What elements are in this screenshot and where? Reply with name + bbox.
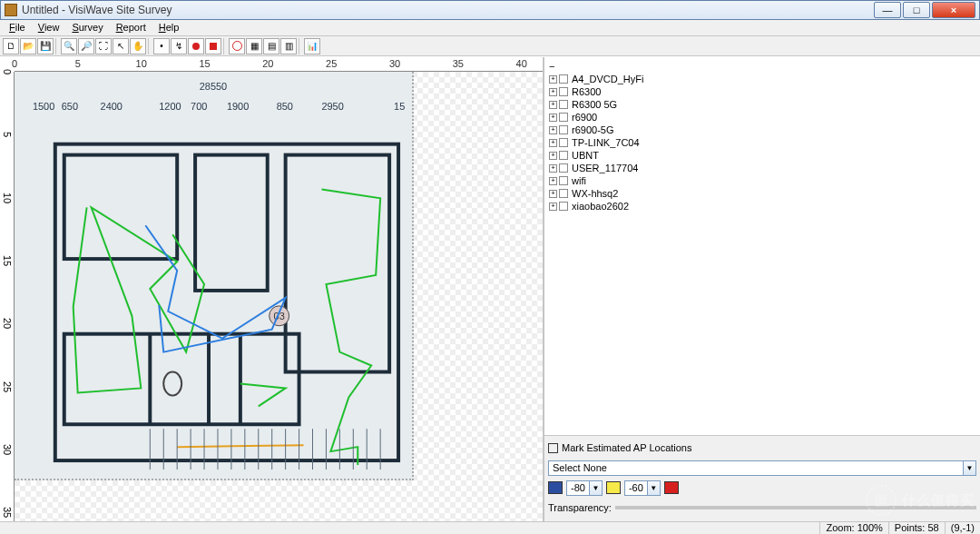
expand-icon[interactable]: + [549,101,557,109]
maximize-button[interactable]: □ [903,2,930,18]
minimize-button[interactable]: — [874,2,901,18]
tree-item[interactable]: +r6900-5G [547,124,977,136]
mark-ap-label: Mark Estimated AP Locations [562,442,691,453]
tree-item-checkbox[interactable] [559,202,568,211]
tree-item-checkbox[interactable] [559,138,568,147]
point-icon[interactable]: • [153,38,170,54]
zoom-in-icon[interactable]: 🔍 [61,38,77,54]
open-icon[interactable]: 📂 [20,38,36,54]
svg-text:850: 850 [277,101,293,112]
tree-item-checkbox[interactable] [559,125,568,134]
close-button[interactable]: × [932,2,975,18]
tree-item[interactable]: +WX-hhsq2 [547,187,977,200]
threshold1-dropdown[interactable]: -80 ▼ [566,480,603,496]
main-split: 0510 152025 303540 0510 152025 3035 2855… [0,56,980,521]
status-bar: Zoom: 100% Points: 58 (9,-1) [0,521,980,534]
zoom-out-icon[interactable]: 🔎 [78,38,94,54]
stop-record-icon[interactable] [205,38,221,54]
tree-item[interactable]: +R6300 5G [547,98,977,111]
chart-icon[interactable]: 📊 [304,38,320,54]
horizontal-ruler: 0510 152025 303540 [15,57,543,72]
hand-icon[interactable]: ✋ [130,38,146,54]
menu-bar: File View Survey Report Help [0,20,980,36]
tree-item[interactable]: +TP-LINK_7C04 [547,136,977,149]
window-title: Untitled - VisiWave Site Survey [22,4,872,16]
tree-item-checkbox[interactable] [559,113,568,122]
tree-item-label: USER_117704 [570,163,638,173]
expand-icon[interactable]: + [549,203,557,211]
svg-text:650: 650 [62,101,78,112]
tree-item-checkbox[interactable] [559,189,568,198]
title-bar: Untitled - VisiWave Site Survey — □ × [0,0,980,20]
select-dropdown[interactable]: Select None ▼ [548,460,976,476]
tree-item-checkbox[interactable] [559,74,568,84]
expand-icon[interactable]: + [549,88,557,96]
expand-icon[interactable]: + [549,177,557,185]
expand-icon[interactable]: + [549,139,557,147]
ap-tree[interactable]: − +A4_DVCD_HyFi+R6300+R6300 5G+r6900+r69… [544,57,980,436]
grid-icon[interactable]: ▦ [246,38,262,54]
spectrum-icon[interactable]: ▥ [280,38,297,54]
app-icon [5,4,17,16]
tree-item-checkbox[interactable] [559,100,568,109]
tree-item-checkbox[interactable] [559,176,568,185]
tree-item[interactable]: +A4_DVCD_HyFi [547,73,977,85]
tree-item-checkbox[interactable] [559,163,568,173]
tree-item[interactable]: +r6900 [547,111,977,124]
tree-item-label: TP-LINK_7C04 [570,137,640,148]
status-coord: (9,-1) [945,522,980,534]
tree-select-all-row[interactable]: − [547,60,977,73]
expand-icon[interactable]: + [549,75,557,84]
expand-icon[interactable]: + [549,164,557,173]
tree-item[interactable]: +wifi [547,174,977,187]
chevron-down-icon: ▼ [647,481,660,495]
tree-item[interactable]: +R6300 [547,85,977,98]
tree-item[interactable]: +UBNT [547,149,977,162]
vertical-ruler: 0510 152025 3035 [0,72,15,521]
svg-text:1900: 1900 [227,101,249,112]
save-icon[interactable]: 💾 [37,38,54,54]
side-panel: − +A4_DVCD_HyFi+R6300+R6300 5G+r6900+r69… [544,57,980,521]
transparency-slider[interactable] [615,506,976,509]
svg-text:1500: 1500 [33,101,54,112]
expand-icon[interactable]: + [549,126,557,134]
canvas[interactable]: 28550 15006502400 12007001900 850295015 [15,72,543,521]
no-icon[interactable] [229,38,245,54]
record-icon[interactable] [188,38,204,54]
tree-item-checkbox[interactable] [559,151,568,160]
svg-rect-11 [195,155,268,291]
color-swatch-3[interactable] [664,481,679,494]
svg-rect-9 [55,144,398,460]
color-swatch-1[interactable] [548,481,563,494]
threshold2-value: -60 [625,482,647,493]
menu-help[interactable]: Help [152,20,186,35]
expand-icon[interactable]: + [549,190,557,198]
path-icon[interactable]: ↯ [171,38,187,54]
expand-icon[interactable]: + [549,152,557,160]
mark-ap-checkbox[interactable] [548,443,558,453]
tree-item[interactable]: +USER_117704 [547,162,977,174]
status-zoom: Zoom: 100% [819,522,887,534]
tree-item-label: UBNT [570,150,599,161]
tree-item[interactable]: +xiaobao2602 [547,200,977,213]
grid2-icon[interactable]: ▤ [263,38,279,54]
menu-report[interactable]: Report [110,20,152,35]
menu-survey[interactable]: Survey [65,20,109,35]
svg-point-19 [163,372,181,396]
menu-file[interactable]: File [3,20,32,35]
tree-item-label: R6300 5G [570,99,617,110]
tree-item-label: WX-hhsq2 [570,188,618,199]
transparency-label: Transparency: [548,502,612,513]
color-swatch-2[interactable] [606,481,621,494]
tree-item-label: wifi [570,175,586,186]
collapse-icon[interactable]: − [549,61,554,72]
arrow-icon[interactable]: ↖ [113,38,129,54]
threshold2-dropdown[interactable]: -60 ▼ [624,480,661,496]
tree-item-checkbox[interactable] [559,87,568,96]
menu-view[interactable]: View [32,20,66,35]
expand-icon[interactable]: + [549,114,557,122]
toolbar: 🗋 📂 💾 🔍 🔎 ⛶ ↖ ✋ • ↯ ▦ ▤ ▥ 📊 [0,36,980,56]
new-icon[interactable]: 🗋 [3,38,19,54]
zoom-fit-icon[interactable]: ⛶ [95,38,112,54]
threshold1-value: -80 [567,482,589,493]
